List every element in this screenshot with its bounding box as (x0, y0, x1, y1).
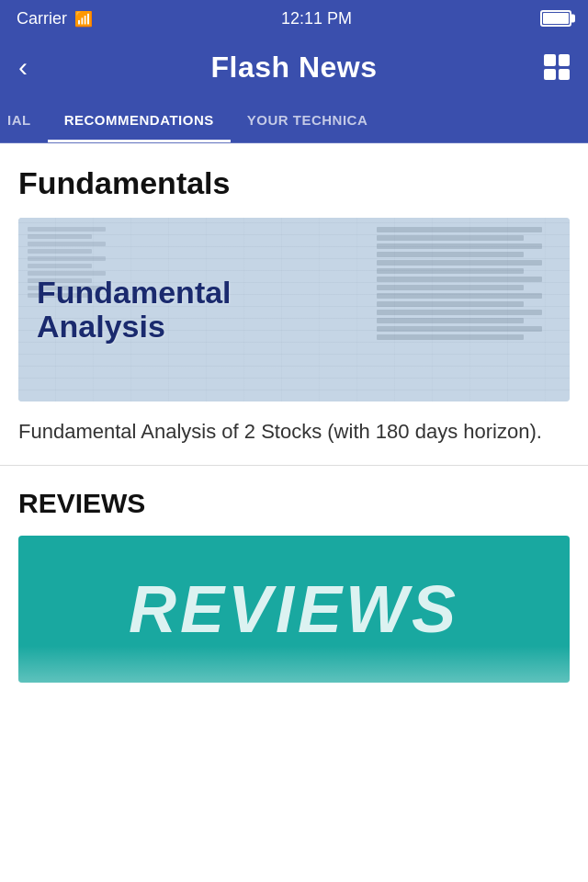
line (377, 318, 524, 323)
back-button[interactable]: ‹ (18, 51, 55, 83)
back-chevron-icon: ‹ (18, 51, 28, 82)
line (377, 260, 542, 266)
tab-bar: IAL RECOMMENDATIONS YOUR TECHNICA (0, 97, 588, 143)
main-content: Fundamentals (0, 143, 588, 683)
tab-recommendations[interactable]: RECOMMENDATIONS (48, 97, 231, 142)
line (377, 310, 542, 315)
fundamentals-title: Fundamentals (18, 165, 570, 201)
line (377, 301, 524, 307)
nav-bar: ‹ Flash News (0, 37, 588, 97)
fundamentals-section: Fundamentals (0, 143, 588, 465)
fund-label-text2: Analysis (37, 310, 232, 344)
reviews-big-text: REVIEWS (129, 571, 459, 647)
fundamentals-description: Fundamental Analysis of 2 Stocks (with 1… (18, 416, 570, 447)
line (377, 285, 524, 290)
line (377, 243, 542, 249)
reviews-title: REVIEWS (18, 488, 570, 519)
line (28, 242, 106, 246)
fund-label: Fundamental Analysis (37, 276, 232, 345)
line (28, 264, 92, 268)
tab-your-technica[interactable]: YOUR TECHNICA (231, 97, 588, 142)
image-fade (18, 646, 570, 683)
line (28, 227, 106, 232)
line (377, 293, 542, 299)
carrier-wifi: Carrier 📶 (17, 9, 93, 28)
line (377, 326, 542, 332)
time-label: 12:11 PM (281, 9, 352, 28)
newspaper-columns (377, 227, 560, 392)
status-bar: Carrier 📶 12:11 PM (0, 0, 588, 37)
line (377, 235, 524, 241)
line (377, 277, 542, 282)
line (28, 256, 106, 261)
tab-your-technica-label: YOUR TECHNICA (247, 112, 368, 128)
fundamentals-image[interactable]: Fundamental Analysis (18, 218, 570, 401)
grid-button[interactable] (533, 54, 570, 80)
line (377, 227, 542, 232)
tab-ial[interactable]: IAL (0, 97, 48, 142)
battery-fill (543, 13, 569, 24)
tab-recommendations-label: RECOMMENDATIONS (64, 112, 214, 128)
line (377, 252, 524, 257)
reviews-image[interactable]: REVIEWS (18, 536, 570, 683)
tab-ial-label: IAL (7, 112, 31, 128)
reviews-section: REVIEWS REVIEWS (0, 466, 588, 683)
page-title: Flash News (210, 51, 377, 85)
fund-label-text1: Fundamental (37, 276, 232, 310)
wifi-icon: 📶 (74, 10, 93, 28)
grid-icon (544, 54, 570, 80)
line (28, 234, 92, 239)
line (377, 268, 524, 274)
line (377, 334, 524, 340)
carrier-label: Carrier (17, 9, 67, 28)
line (28, 249, 92, 254)
battery-icon (540, 10, 571, 27)
